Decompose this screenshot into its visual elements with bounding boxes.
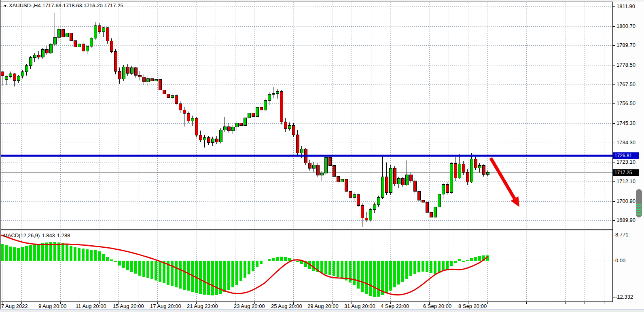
ohlc-high: 1718.63 [63,2,82,8]
window-left-frame [0,0,1,310]
chart-dropdown-icon[interactable]: ▼ [3,4,7,8]
terminal-window: 1811.901800.701789.701778.501767.501756.… [0,0,644,312]
ohlc-close: 1717.25 [104,2,123,8]
symbol-title: XAUUSD-,H4 [9,2,41,8]
macd-indicator-header: MACD(12,26,9)1.8431.288 [3,232,72,238]
price-axis[interactable] [612,2,644,302]
chart-title-row: ▼XAUUSD-,H41717.691718.631716.201717.25 [3,2,125,8]
time-axis[interactable] [0,302,612,309]
scroll-slider-widget[interactable] [636,189,642,217]
macd-indicator-name: MACD(12,26,9) [3,232,40,238]
chart-canvas[interactable] [0,0,644,312]
ohlc-open: 1717.69 [42,2,61,8]
macd-main-value: 1.843 [42,232,55,238]
ohlc-low: 1716.20 [84,2,103,8]
slider-stripes [636,204,642,217]
window-bottom-frame [0,309,644,312]
macd-signal-value: 1.288 [57,232,70,238]
